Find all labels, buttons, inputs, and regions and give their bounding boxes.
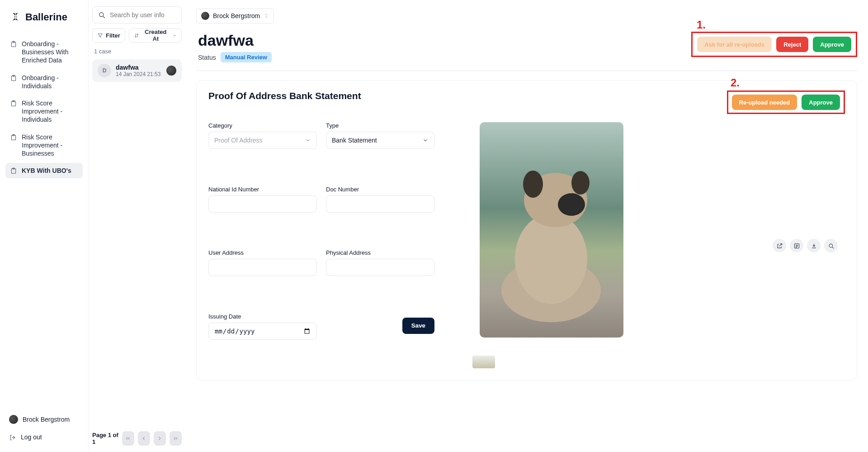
field-label: User Address: [208, 249, 317, 256]
image-tool-row: [773, 239, 838, 252]
sidebar-bottom: Brock Bergstrom Log out: [5, 412, 83, 444]
page-prev-button[interactable]: [138, 431, 150, 446]
case-name: dawfwa: [116, 64, 162, 71]
svg-line-11: [103, 16, 105, 18]
chevron-left-icon: [141, 435, 147, 442]
filter-label: Filter: [106, 32, 120, 39]
chevron-down-icon: [422, 137, 429, 143]
search-box: [92, 6, 182, 24]
field-doc-number: Doc Number: [326, 186, 434, 242]
case-decision-actions: 1. Ask for all re-uploads Reject Approve: [691, 32, 857, 57]
save-button[interactable]: Save: [402, 318, 434, 334]
field-label: Category: [208, 122, 317, 129]
type-select[interactable]: Bank Statement: [326, 132, 434, 149]
document-approve-button[interactable]: Approve: [802, 95, 840, 110]
filter-row: Filter Created At: [92, 28, 182, 43]
category-select[interactable]: Proof Of Address: [208, 132, 317, 149]
updown-icon: [264, 13, 269, 19]
main-content: Brock Bergstrom dawfwa Status Manual Rev…: [185, 0, 868, 452]
page-next-button[interactable]: [154, 431, 166, 446]
sort-button[interactable]: Created At: [129, 28, 182, 43]
current-user-row[interactable]: Brock Bergstrom: [5, 412, 83, 427]
ocr-icon: [793, 243, 800, 249]
status-badge: Manual Review: [221, 52, 272, 62]
field-national-id: National Id Number: [208, 186, 317, 242]
approve-button[interactable]: Approve: [813, 37, 851, 52]
sidebar-item-onboarding-individuals[interactable]: Onboarding - Individuals: [5, 70, 83, 94]
brand-logo: Ballerine: [5, 8, 83, 36]
physical-address-input[interactable]: [326, 259, 434, 276]
sidebar-item-label: Onboarding - Individuals: [22, 74, 78, 90]
clipboard-icon: [10, 100, 17, 107]
case-list-item[interactable]: D dawfwa 14 Jan 2024 21:53: [92, 59, 182, 82]
national-id-input[interactable]: [208, 195, 317, 213]
assignee-avatar: [166, 66, 176, 76]
assignee-selector[interactable]: Brock Bergstrom: [196, 8, 274, 24]
field-label: National Id Number: [208, 186, 317, 193]
external-link-icon: [776, 243, 783, 249]
doc-number-input[interactable]: [326, 195, 434, 213]
page-label: Page 1 of 1: [92, 432, 118, 445]
document-title: Proof Of Address Bank Statement: [208, 90, 727, 101]
sidebar-item-label: Risk Score Improvement - Businesses: [22, 133, 78, 158]
open-external-button[interactable]: [773, 239, 786, 252]
annotation-callout-1: 1.: [697, 19, 706, 31]
page-last-button[interactable]: [170, 431, 182, 446]
ask-all-reuploads-button[interactable]: Ask for all re-uploads: [697, 37, 772, 52]
svg-point-10: [99, 13, 104, 17]
case-list-panel: Filter Created At 1 case D dawfwa 14 Jan…: [89, 0, 185, 452]
page-first-button[interactable]: [122, 431, 134, 446]
field-label: Doc Number: [326, 186, 434, 193]
assignee-name: Brock Bergstrom: [213, 12, 260, 19]
case-date: 14 Jan 2024 21:53: [116, 71, 162, 77]
field-issuing-date: Issuing Date: [208, 313, 317, 369]
sidebar-nav: Onboarding - Businesses With Enriched Da…: [5, 36, 83, 412]
current-user-name: Brock Bergstrom: [23, 416, 70, 423]
svg-point-15: [558, 193, 585, 216]
thumbnail[interactable]: [472, 356, 495, 368]
svg-point-17: [571, 171, 590, 195]
sidebar-item-risk-individuals[interactable]: Risk Score Improvement - Individuals: [5, 95, 83, 128]
annotation-callout-2: 2.: [731, 76, 740, 89]
clipboard-icon: [10, 134, 17, 141]
sidebar-item-label: Risk Score Improvement - Individuals: [22, 99, 78, 124]
user-address-input[interactable]: [208, 259, 317, 276]
sidebar-item-label: KYB With UBO's: [22, 167, 71, 175]
chevrons-left-icon: [125, 435, 131, 442]
zoom-button[interactable]: [824, 239, 838, 252]
download-icon: [811, 243, 817, 249]
logout-label: Log out: [21, 433, 42, 441]
logout-button[interactable]: Log out: [5, 430, 83, 444]
clipboard-icon: [10, 41, 17, 48]
left-sidebar: Ballerine Onboarding - Businesses With E…: [0, 0, 89, 452]
sidebar-item-kyb-ubo[interactable]: KYB With UBO's: [5, 163, 83, 178]
field-physical-address: Physical Address: [326, 249, 434, 305]
clipboard-icon: [10, 167, 17, 175]
document-form: Category Proof Of Address Type Bank Stat…: [208, 122, 434, 368]
chevron-down-icon: [305, 137, 311, 143]
document-card: Proof Of Address Bank Statement 2. Re-up…: [196, 80, 857, 381]
filter-icon: [97, 33, 103, 38]
svg-point-16: [523, 171, 543, 198]
filter-button[interactable]: Filter: [92, 28, 125, 43]
search-icon: [828, 243, 835, 249]
sidebar-item-onboarding-businesses[interactable]: Onboarding - Businesses With Enriched Da…: [5, 36, 83, 68]
image-thumbnails: [472, 356, 623, 368]
avatar: [9, 415, 18, 424]
clipboard-icon: [10, 75, 17, 82]
document-image[interactable]: [480, 122, 623, 338]
case-count: 1 case: [92, 47, 182, 55]
reupload-needed-button[interactable]: Re-upload needed: [732, 95, 797, 110]
case-initial-avatar: D: [98, 64, 111, 77]
field-category: Category Proof Of Address: [208, 122, 317, 178]
reject-button[interactable]: Reject: [776, 37, 808, 52]
ocr-button[interactable]: [790, 239, 803, 252]
sort-label: Created At: [142, 29, 170, 42]
download-button[interactable]: [807, 239, 821, 252]
sidebar-item-risk-businesses[interactable]: Risk Score Improvement - Businesses: [5, 129, 83, 162]
document-image-column: [480, 122, 623, 368]
issuing-date-input[interactable]: [208, 323, 317, 340]
chevrons-right-icon: [172, 435, 179, 442]
select-value: Proof Of Address: [214, 137, 263, 144]
field-label: Issuing Date: [208, 313, 317, 320]
